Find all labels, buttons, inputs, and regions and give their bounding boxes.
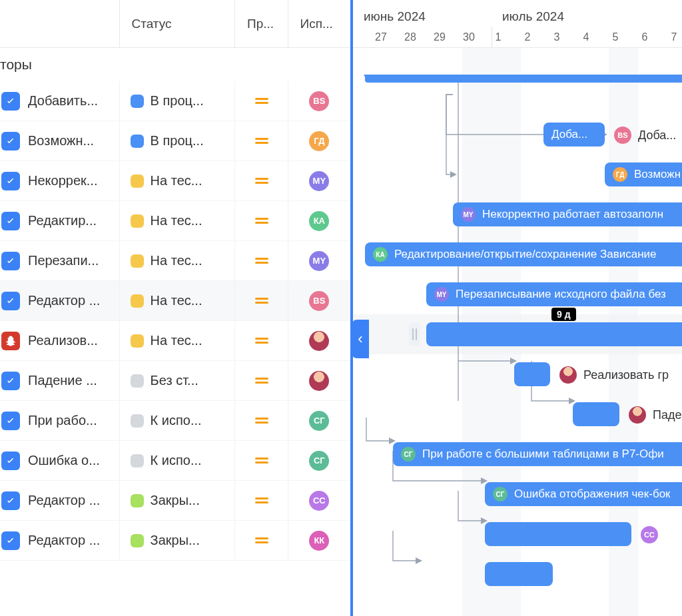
gantt-bar[interactable]: ГДВозможн xyxy=(605,162,682,186)
day-cell[interactable]: 1 xyxy=(484,27,513,47)
name-cell[interactable]: Перезапи... xyxy=(0,241,119,281)
executor-cell[interactable] xyxy=(288,361,350,401)
column-status[interactable]: Статус xyxy=(119,0,235,47)
name-cell[interactable]: Возможн... xyxy=(0,121,119,161)
day-cell[interactable]: 6 xyxy=(630,27,659,47)
table-row[interactable]: Ошибка о...К испо...СГ xyxy=(0,441,350,481)
avatar: СС xyxy=(309,491,329,511)
executor-cell[interactable]: MY xyxy=(288,241,350,281)
gantt-bar[interactable]: СГПри работе с большими таблицами в Р7-О… xyxy=(393,442,682,466)
priority-cell[interactable] xyxy=(234,321,287,361)
gantt-bar[interactable] xyxy=(485,562,553,586)
status-cell[interactable]: Закры... xyxy=(119,521,235,561)
table-row[interactable]: Перезапи...На тес...MY xyxy=(0,241,350,281)
status-cell[interactable]: В проц... xyxy=(119,121,235,161)
gantt-panel: ‹ июнь 2024 июль 2024 272829301234567 xyxy=(353,0,682,616)
table-row[interactable]: Возможн...В проц...ГД xyxy=(0,121,350,161)
day-cell[interactable]: 2 xyxy=(513,27,542,47)
executor-cell[interactable]: СС xyxy=(288,481,350,521)
executor-cell[interactable]: ГД xyxy=(288,121,350,161)
column-executor[interactable]: Исп... xyxy=(288,0,350,47)
day-cell[interactable]: 4 xyxy=(571,27,601,47)
executor-cell[interactable]: BS xyxy=(288,281,350,321)
priority-cell[interactable] xyxy=(234,361,287,401)
name-cell[interactable]: Добавить... xyxy=(0,81,119,121)
task-check-icon xyxy=(1,132,20,151)
name-cell[interactable]: Ошибка о... xyxy=(0,441,119,481)
column-name[interactable] xyxy=(0,0,119,47)
priority-cell[interactable] xyxy=(234,281,287,321)
gantt-bar[interactable]: СГОшибка отображения чек-бок xyxy=(485,482,682,506)
table-row[interactable]: Падение ...Без ст... xyxy=(0,361,350,401)
table-row[interactable]: Редактор ...Закры...КК xyxy=(0,521,350,561)
gantt-bar[interactable] xyxy=(485,522,631,546)
day-cell[interactable]: 30 xyxy=(454,27,484,47)
table-row[interactable]: Редактор ...Закры...СС xyxy=(0,481,350,521)
priority-cell[interactable] xyxy=(234,521,287,561)
executor-cell[interactable] xyxy=(288,321,350,361)
priority-cell[interactable] xyxy=(234,81,287,121)
table-row[interactable]: Редактир...На тес...КА xyxy=(0,201,350,241)
gantt-bar[interactable]: MYПерезаписывание исходного файла без xyxy=(426,282,682,306)
name-cell[interactable]: Реализов... xyxy=(0,321,119,361)
status-cell[interactable]: На тес... xyxy=(119,201,235,241)
executor-cell[interactable]: КК xyxy=(288,521,350,561)
status-dot xyxy=(131,454,144,467)
name-cell[interactable]: При рабо... xyxy=(0,401,119,441)
collapse-panel-button[interactable]: ‹ xyxy=(353,320,369,358)
status-cell[interactable]: На тес... xyxy=(119,241,235,281)
table-row[interactable]: При рабо...К испо...СГ xyxy=(0,401,350,441)
status-cell[interactable]: В проц... xyxy=(119,81,235,121)
name-cell[interactable]: Некоррек... xyxy=(0,161,119,201)
table-row[interactable]: Редактор ...На тес...BS xyxy=(0,281,350,321)
table-row[interactable]: Реализов...На тес... xyxy=(0,321,350,361)
name-cell[interactable]: Редактор ... xyxy=(0,481,119,521)
gantt-group-row xyxy=(353,48,682,115)
group-row[interactable]: торы xyxy=(0,48,350,81)
gantt-bar[interactable]: КАРедактирование/открытие/сохранение Зав… xyxy=(365,242,682,266)
status-cell[interactable]: Без ст... xyxy=(119,361,235,401)
table-row[interactable]: Некоррек...На тес...MY xyxy=(0,161,350,201)
status-cell[interactable]: Закры... xyxy=(119,481,235,521)
status-cell[interactable]: На тес... xyxy=(119,321,235,361)
executor-cell[interactable]: КА xyxy=(288,201,350,241)
executor-cell[interactable]: MY xyxy=(288,161,350,201)
day-cell[interactable]: 5 xyxy=(601,27,630,47)
priority-cell[interactable] xyxy=(234,401,287,441)
gantt-bar[interactable] xyxy=(426,322,682,346)
executor-cell[interactable]: BS xyxy=(288,81,350,121)
name-cell[interactable]: Редактир... xyxy=(0,201,119,241)
column-priority[interactable]: Пр... xyxy=(234,0,288,47)
executor-cell[interactable]: СГ xyxy=(288,441,350,481)
day-cell[interactable]: 7 xyxy=(659,27,682,47)
status-cell[interactable]: К испо... xyxy=(119,401,235,441)
priority-cell[interactable] xyxy=(234,441,287,481)
status-cell[interactable]: К испо... xyxy=(119,441,235,481)
gantt-bar[interactable]: MYНекорректно работает автозаполн xyxy=(453,202,682,226)
day-cell[interactable]: 29 xyxy=(425,27,454,47)
status-cell[interactable]: На тес... xyxy=(119,161,235,201)
task-name: Добавить... xyxy=(28,93,98,109)
priority-cell[interactable] xyxy=(234,121,287,161)
day-cell[interactable]: 28 xyxy=(396,27,425,47)
name-cell[interactable]: Редактор ... xyxy=(0,521,119,561)
gantt-bar[interactable] xyxy=(573,402,619,426)
priority-cell[interactable] xyxy=(234,481,287,521)
priority-cell[interactable] xyxy=(234,201,287,241)
gantt-bar[interactable]: Доба... xyxy=(543,123,605,147)
day-cell[interactable]: 3 xyxy=(542,27,571,47)
gantt-bar[interactable] xyxy=(514,362,550,386)
table-row[interactable]: Добавить...В проц...BS xyxy=(0,81,350,121)
status-cell[interactable]: На тес... xyxy=(119,281,235,321)
priority-high-icon xyxy=(255,337,268,345)
name-cell[interactable]: Падение ... xyxy=(0,361,119,401)
avatar: СГ xyxy=(309,451,329,471)
bar-resize-handle[interactable] xyxy=(409,323,420,346)
priority-cell[interactable] xyxy=(234,241,287,281)
executor-cell[interactable]: СГ xyxy=(288,401,350,441)
avatar: ГД xyxy=(613,167,627,182)
group-summary-bar[interactable] xyxy=(365,75,682,83)
priority-cell[interactable] xyxy=(234,161,287,201)
name-cell[interactable]: Редактор ... xyxy=(0,281,119,321)
day-cell[interactable]: 27 xyxy=(366,27,396,47)
